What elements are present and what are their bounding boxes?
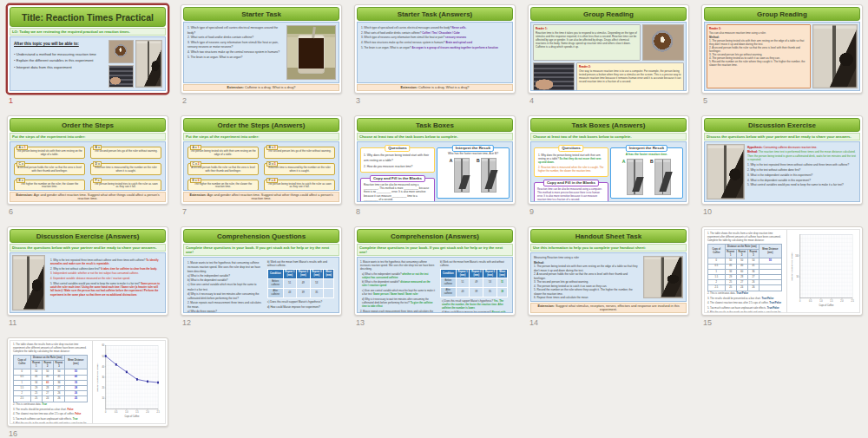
step-box[interactable]: F = The person being tested tries to cat… — [90, 180, 161, 191]
slide-thumbnail-3[interactable]: Starter Task (Answers) 1. Which type of … — [354, 4, 516, 94]
svg-text:2.5: 2.5 — [851, 299, 854, 304]
extension-text: Suggest what stimulus, receptors, nerves… — [556, 304, 680, 311]
slide-number-8: 8 — [356, 207, 360, 216]
step-box[interactable]: C = A second person holds the ruler so t… — [14, 163, 85, 175]
comprehension-questions: 1. Maisie wants to test the hypothesis t… — [186, 259, 265, 311]
svg-text:2.0: 2.0 — [146, 410, 149, 415]
task-instruction: Discuss the questions below with your pa… — [704, 133, 860, 141]
extension-strip: Extension: Caffeine is a drug. What is a… — [357, 84, 513, 91]
worksheet-left: 1. The table shows the results from a ru… — [10, 341, 93, 423]
ruler-door-photo — [707, 144, 745, 199]
step-box[interactable]: D = 5Reaction time is measured by the nu… — [264, 163, 335, 175]
questions-box[interactable]: Questions 1. Why does the person being t… — [360, 147, 435, 173]
slide-thumbnail-11[interactable]: Discussion Exercise (Answers) Discuss th… — [7, 226, 168, 316]
questions-box[interactable]: Questions 1. Why does the person being t… — [534, 147, 608, 177]
svg-text:Mean Distance (mm): Mean Distance (mm) — [95, 363, 98, 392]
table-question-answers: c) Does this result support Maisie's hyp… — [440, 299, 510, 313]
slide-number-7: 7 — [182, 207, 187, 216]
interpret-box[interactable]: Interpret the Result A has the faster re… — [610, 147, 683, 199]
slide-title: Discussion Exercise — [704, 118, 860, 132]
slide-thumbnail-13[interactable]: Comprehension (Answers) Complete these q… — [354, 226, 516, 316]
svg-text:Cups of Coffee: Cups of Coffee — [124, 414, 139, 418]
svg-text:0: 0 — [105, 410, 107, 415]
slide-thumbnail-9[interactable]: Task Boxes (Answers) Choose at least two… — [528, 115, 689, 205]
interpret-answer: A has the faster reaction time. — [613, 153, 681, 157]
slide-title: Task Boxes — [357, 118, 513, 132]
extension-text: Caffeine is a drug. What is a drug? — [418, 86, 469, 89]
step-boxes-answers: A = 1The person being tested sits with t… — [184, 142, 339, 191]
step-box[interactable]: B = 3The second person lets go of the ru… — [264, 147, 335, 159]
extension-label: Extension: — [189, 193, 206, 197]
method-steps: 1. The person being tested sits with the… — [534, 265, 640, 299]
fill-blanks-box[interactable]: Copy and Fill in the Blanks Reaction tim… — [534, 182, 608, 202]
slide-thumbnail-14[interactable]: Handout Sheet Task Use this information … — [528, 226, 689, 316]
extension-text: Age and gender affect reaction time. Sug… — [34, 193, 160, 200]
slide-number-6: 6 — [9, 207, 13, 216]
slide-thumbnail-5[interactable]: Group Reading Reader 3: You can also mea… — [701, 4, 863, 94]
slide-thumbnail-4[interactable]: Group Reading Reader 1:Reaction time is … — [528, 4, 689, 94]
graph-area: 5010000.51.01.52.02.5Mean Distance (mm)C… — [787, 230, 859, 312]
step-box[interactable]: D = Reaction time is measured by the num… — [90, 163, 161, 175]
empty-graph: 5010000.51.01.52.02.5Mean Distance (mm)C… — [789, 232, 858, 311]
step-boxes: A = 1The person being tested sits with t… — [10, 142, 165, 191]
slide-body: A = 1The person being tested sits with t… — [10, 141, 166, 191]
slide-thumbnail-6[interactable]: Order the Steps Put the steps of the exp… — [7, 115, 168, 205]
task-instruction: Discuss the questions below with your pa… — [10, 244, 166, 252]
slide-title: Group Reading — [704, 7, 860, 21]
reader3-box: Reader 3: You can also measure reaction … — [707, 24, 811, 88]
slide-body: Questions 1. Why does the person being t… — [357, 141, 513, 202]
task-instruction: Put the steps of the experiment into ord… — [10, 133, 166, 141]
extension-label: Extension: — [401, 86, 418, 89]
task-instruction: Complete these questions in your book. I… — [357, 244, 513, 256]
worksheet-q1: 1. The table shows the results from a ru… — [13, 343, 89, 354]
step-box[interactable]: B = The second person lets go of the rul… — [90, 147, 161, 159]
reader2-text: One way to measure reaction time is to u… — [579, 69, 681, 83]
svg-text:0.5: 0.5 — [809, 299, 812, 304]
step-box[interactable]: C = 2A second person holds the ruler so … — [187, 163, 259, 175]
step-box[interactable]: A = 1The person being tested sits with t… — [187, 147, 259, 159]
slide-body: Questions 1. Why does the person being t… — [530, 141, 687, 202]
slide-thumbnail-2[interactable]: Starter Task 1. Which type of specialise… — [181, 4, 342, 94]
step-box[interactable]: F = 4The person being tested tries to ca… — [264, 180, 335, 191]
slide-title: Starter Task (Answers) — [357, 7, 513, 21]
ruler-photo-a — [627, 159, 643, 195]
slide-thumbnail-8[interactable]: Task Boxes Choose at least two of the ta… — [354, 115, 516, 205]
extension-strip: Extension: Age and gender affect reactio… — [10, 192, 166, 202]
svg-text:100: 100 — [795, 253, 799, 258]
slide-thumbnail-15[interactable]: 1. The table shows the results from a ru… — [701, 226, 863, 316]
svg-text:50: 50 — [796, 275, 799, 279]
slide-thumbnail-7[interactable]: Order the Steps (Answers) Put the steps … — [181, 115, 342, 205]
slide-body: 1. Maisie wants to test the hypothesis t… — [357, 257, 513, 313]
svg-text:2.5: 2.5 — [156, 410, 160, 415]
slide-body: 1. Why is the test repeated three times … — [10, 252, 166, 313]
slide-thumbnail-16[interactable]: 1. The table shows the results from a ru… — [7, 337, 168, 427]
slide-thumbnail-1[interactable]: Title: Reaction Times Practical LO: Toda… — [7, 4, 168, 94]
ruler-photo-a — [454, 158, 470, 193]
slide-title: Comprehension (Answers) — [357, 229, 513, 243]
ruler-photo-b — [481, 158, 496, 193]
slide-thumbnail-10[interactable]: Discussion Exercise Discuss the question… — [701, 115, 863, 205]
step-box[interactable]: A = 1The person being tested sits with t… — [14, 147, 85, 159]
fill-blanks-box[interactable]: Copy and Fill in the Blanks Reaction tim… — [360, 178, 435, 202]
reader3-intro: You can also measure reaction time using… — [709, 31, 766, 35]
step-box[interactable]: E = 6The higher the number on the ruler,… — [187, 180, 259, 191]
slide-number-9: 9 — [529, 207, 534, 216]
questions-answers: 1. Why does the person being tested star… — [536, 154, 606, 173]
objectives-bullets: • Understand a method for measuring reac… — [12, 49, 107, 73]
interpret-box[interactable]: Interpret the Result Who has the faster … — [437, 147, 510, 199]
slide-body: Hypothesis: Consuming caffeine decreases… — [704, 141, 860, 202]
learning-objective: LO: Today we are reviewing the required … — [10, 28, 166, 36]
slide-thumbnail-12[interactable]: Comprehension Questions Complete these q… — [181, 226, 342, 316]
method-steps: 1. The person being tested sits with the… — [709, 39, 808, 67]
slide-title: Comprehension Questions — [183, 229, 339, 243]
comprehension-answers: a) What is the independent variable? whe… — [360, 272, 437, 308]
fill-blanks-title: Copy and Fill in the Blanks — [370, 175, 425, 182]
results-table: ConditionRepeat 1 (mm)Repeat 2 (mm)Repea… — [440, 269, 508, 297]
photo-collage — [108, 40, 162, 88]
reader1-box: Reader 1:Reaction time is the time it ta… — [533, 24, 641, 61]
task-instruction: Use this information to help you to comp… — [530, 244, 687, 252]
svg-text:50: 50 — [102, 354, 104, 358]
step-box[interactable]: E = The higher the number on the ruler, … — [14, 180, 85, 191]
worksheet-body: 1. The table shows the results from a ru… — [10, 340, 166, 424]
slide-title: Task Boxes (Answers) — [530, 118, 687, 132]
